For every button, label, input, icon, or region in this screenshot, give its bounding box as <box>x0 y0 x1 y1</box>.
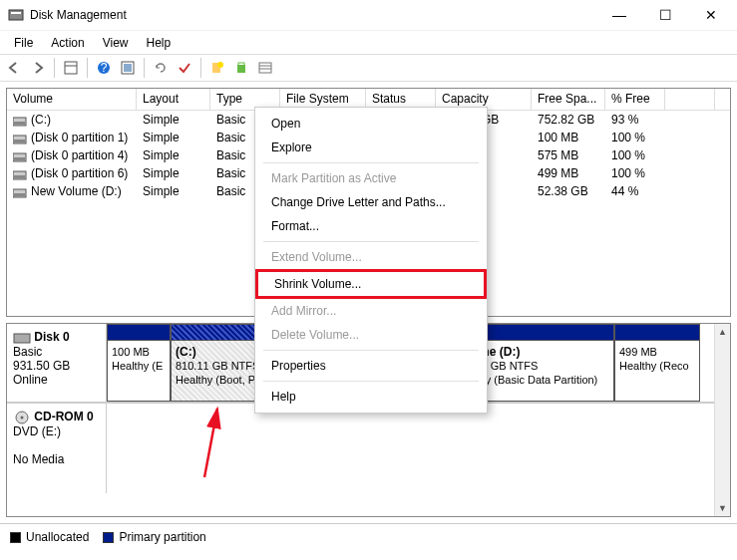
svg-point-9 <box>217 62 223 68</box>
svg-text:?: ? <box>101 61 108 75</box>
refresh-icon[interactable] <box>151 58 171 78</box>
svg-point-27 <box>21 416 24 419</box>
close-button[interactable]: ✕ <box>697 5 725 25</box>
ctx-add-mirror: Add Mirror... <box>255 299 487 323</box>
check-icon[interactable] <box>175 58 194 78</box>
menu-view[interactable]: View <box>95 34 137 52</box>
maximize-button[interactable]: ☐ <box>651 5 679 25</box>
scroll-down-icon[interactable]: ▼ <box>715 500 730 516</box>
menu-file[interactable]: File <box>6 34 41 52</box>
col-volume[interactable]: Volume <box>7 89 137 110</box>
window-controls: — ☐ ✕ <box>605 5 725 25</box>
legend: Unallocated Primary partition <box>0 523 737 550</box>
svg-rect-22 <box>14 175 25 178</box>
svg-rect-7 <box>124 64 132 72</box>
cdrom-info[interactable]: CD-ROM 0 DVD (E:) No Media <box>7 404 107 493</box>
app-icon <box>8 7 24 23</box>
cdrom-row: CD-ROM 0 DVD (E:) No Media <box>7 402 714 493</box>
col-pctfree[interactable]: % Free <box>605 89 665 110</box>
ctx-explore[interactable]: Explore <box>255 136 487 159</box>
svg-rect-1 <box>11 12 21 14</box>
forward-icon[interactable] <box>28 58 48 78</box>
disk0-status: Online <box>13 373 48 387</box>
window-title: Disk Management <box>30 8 605 22</box>
show-hide-icon[interactable] <box>61 58 81 78</box>
cdrom-status: No Media <box>13 452 64 466</box>
ctx-change-letter[interactable]: Change Drive Letter and Paths... <box>255 190 487 214</box>
ctx-extend-volume: Extend Volume... <box>255 245 487 269</box>
svg-rect-20 <box>14 157 25 160</box>
svg-rect-25 <box>14 334 30 343</box>
svg-rect-18 <box>14 140 25 142</box>
svg-rect-16 <box>14 122 25 125</box>
cdrom-type: DVD (E:) <box>13 424 61 438</box>
disk0-type: Basic <box>13 345 42 359</box>
back-icon[interactable] <box>4 58 24 78</box>
new-icon[interactable] <box>207 58 227 78</box>
help-icon[interactable]: ? <box>94 58 114 78</box>
cdrom-title: CD-ROM 0 <box>34 410 93 423</box>
context-menu: Open Explore Mark Partition as Active Ch… <box>254 107 488 414</box>
ctx-delete-volume: Delete Volume... <box>255 323 487 347</box>
ctx-open[interactable]: Open <box>255 112 487 136</box>
partition[interactable]: 499 MBHealthy (Reco <box>614 324 700 402</box>
settings-icon[interactable] <box>118 58 138 78</box>
ctx-shrink-volume[interactable]: Shrink Volume... <box>255 269 487 299</box>
ctx-mark-active: Mark Partition as Active <box>255 166 487 190</box>
ctx-properties[interactable]: Properties <box>255 354 487 378</box>
cdrom-empty <box>107 404 714 493</box>
col-free[interactable]: Free Spa... <box>532 89 605 110</box>
menu-help[interactable]: Help <box>139 34 180 52</box>
svg-rect-11 <box>238 63 244 66</box>
title-bar: Disk Management — ☐ ✕ <box>0 0 737 30</box>
legend-unallocated: Unallocated <box>10 530 89 544</box>
svg-rect-0 <box>9 10 23 20</box>
disk0-title: Disk 0 <box>34 330 69 344</box>
list-icon[interactable] <box>255 58 275 78</box>
menu-bar: File Action View Help <box>0 30 737 54</box>
svg-rect-12 <box>259 63 271 73</box>
svg-rect-2 <box>65 62 77 74</box>
scroll-up-icon[interactable]: ▲ <box>715 324 730 340</box>
toolbar: ? <box>0 54 737 82</box>
safe-icon[interactable] <box>231 58 251 78</box>
col-layout[interactable]: Layout <box>137 89 210 110</box>
partition[interactable]: 100 MBHealthy (E <box>107 324 171 402</box>
ctx-format[interactable]: Format... <box>255 214 487 238</box>
menu-action[interactable]: Action <box>43 34 92 52</box>
ctx-help[interactable]: Help <box>255 385 487 409</box>
graphical-scrollbar[interactable]: ▲ ▼ <box>714 324 730 516</box>
legend-primary: Primary partition <box>103 530 205 544</box>
svg-rect-24 <box>14 193 25 196</box>
disk0-size: 931.50 GB <box>13 359 70 373</box>
col-blank[interactable] <box>665 89 715 110</box>
disk0-info[interactable]: Disk 0 Basic 931.50 GB Online <box>7 324 107 402</box>
minimize-button[interactable]: — <box>605 5 633 25</box>
